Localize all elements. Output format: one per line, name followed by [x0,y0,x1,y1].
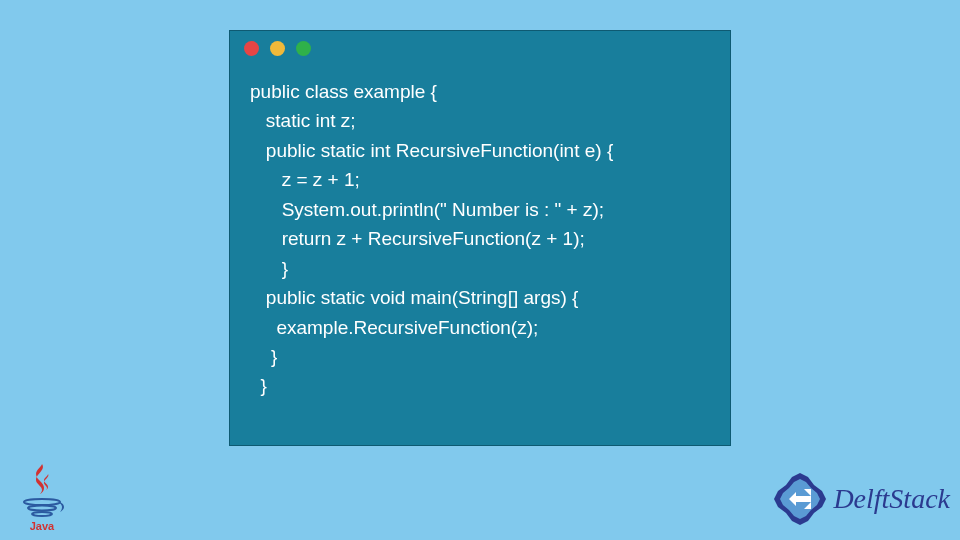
delftstack-logo-icon [771,470,829,528]
svg-point-2 [32,512,52,516]
window-title-bar [230,31,730,65]
maximize-dot-icon [296,41,311,56]
code-content: public class example { static int z; pub… [230,65,730,419]
close-dot-icon [244,41,259,56]
svg-point-1 [28,506,56,511]
minimize-dot-icon [270,41,285,56]
delftstack-logo-text: DelftStack [833,483,950,515]
code-window: public class example { static int z; pub… [229,30,731,446]
java-logo-icon: Java [14,460,70,532]
svg-text:Java: Java [30,520,55,532]
svg-point-0 [24,499,60,505]
delftstack-logo: DelftStack [771,470,950,528]
